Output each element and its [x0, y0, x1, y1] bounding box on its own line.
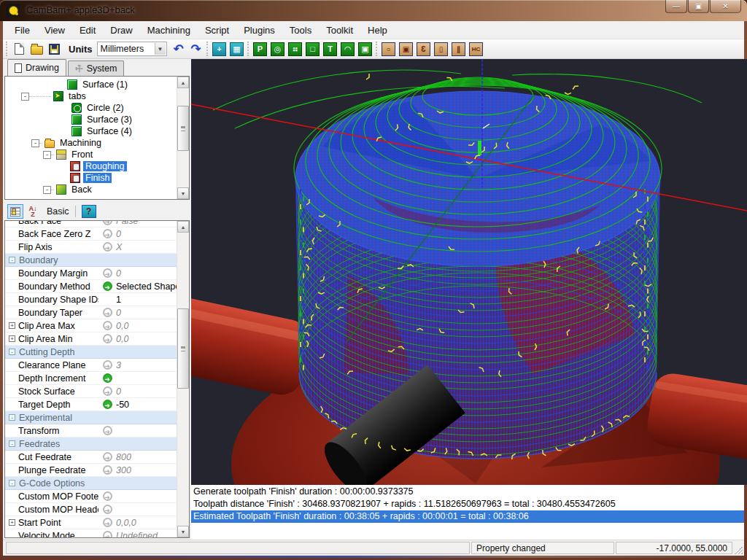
- property-mode-label[interactable]: Basic: [47, 206, 69, 217]
- category-collapse-icon[interactable]: -: [9, 414, 15, 421]
- property-value[interactable]: 0,0: [116, 321, 177, 331]
- property-row-custom-mop-footer[interactable]: Custom MOP Footer➜: [5, 490, 177, 503]
- property-value[interactable]: X: [116, 242, 177, 252]
- tree-item-back[interactable]: -Back: [5, 184, 177, 195]
- tree-item-front[interactable]: -Front: [5, 149, 177, 160]
- tree-expander-icon[interactable]: -: [43, 186, 51, 194]
- tree-item-finish[interactable]: Finish: [5, 172, 177, 184]
- property-row-transform[interactable]: Transform➜: [5, 424, 177, 438]
- value-default-icon[interactable]: ➜: [103, 386, 112, 396]
- draw-rectangle-icon[interactable]: □: [305, 41, 321, 57]
- menu-help[interactable]: Help: [360, 22, 395, 39]
- value-default-icon[interactable]: ➜: [103, 321, 112, 330]
- property-row-flip-axis[interactable]: Flip Axis➜X: [5, 241, 177, 254]
- scroll-down-icon[interactable]: ▼: [177, 526, 189, 537]
- redo-icon[interactable]: ↷: [188, 41, 204, 57]
- 3d-viewport[interactable]: [191, 59, 744, 484]
- menu-tools[interactable]: Tools: [282, 22, 319, 39]
- scroll-down-icon[interactable]: ▼: [177, 187, 189, 199]
- value-default-icon[interactable]: ➜: [103, 268, 112, 278]
- value-default-icon[interactable]: ➜: [103, 531, 112, 538]
- tree-expander-icon[interactable]: -: [31, 139, 39, 147]
- property-value[interactable]: 800: [116, 452, 177, 462]
- property-category-cutting-depth[interactable]: -Cutting Depth: [5, 346, 177, 359]
- property-expand-icon[interactable]: +: [9, 519, 15, 526]
- property-category-boundary[interactable]: -Boundary: [5, 254, 177, 267]
- minimize-button[interactable]: —: [665, 0, 687, 13]
- tree-item-roughing[interactable]: Roughing: [5, 160, 177, 172]
- category-collapse-icon[interactable]: -: [9, 257, 15, 263]
- property-value[interactable]: 0: [116, 229, 177, 239]
- property-row-custom-mop-header[interactable]: Custom MOP Header➜: [5, 503, 177, 516]
- scroll-up-icon[interactable]: ▲: [177, 221, 189, 233]
- value-default-icon[interactable]: ➜: [103, 491, 112, 501]
- draw-surface-icon[interactable]: ▣: [357, 41, 374, 57]
- save-icon[interactable]: [46, 41, 62, 57]
- tree-item-surface-3-[interactable]: Surface (3): [5, 114, 177, 125]
- menu-plugins[interactable]: Plugins: [236, 22, 282, 39]
- draw-pointlist-icon[interactable]: ⠶: [287, 41, 303, 57]
- tree-scrollbar[interactable]: ▲ ▼: [177, 77, 189, 199]
- property-expand-icon[interactable]: +: [9, 335, 15, 342]
- property-row-back-face[interactable]: Back Face➜False: [5, 220, 177, 228]
- menu-edit[interactable]: Edit: [72, 22, 103, 39]
- restore-button[interactable]: ▣: [688, 0, 709, 13]
- categorized-view-button[interactable]: [7, 204, 23, 219]
- property-value[interactable]: 0: [116, 308, 177, 318]
- property-value[interactable]: 0: [116, 386, 177, 397]
- property-row-boundary-method[interactable]: Boundary Method➜Selected Shapes: [5, 280, 177, 293]
- value-set-icon[interactable]: ➜: [103, 373, 112, 383]
- heightmap-mop-icon[interactable]: HC: [468, 41, 484, 57]
- property-expand-icon[interactable]: +: [9, 322, 15, 329]
- log-line[interactable]: Generate toolpath 'Finish' duration : 00…: [191, 486, 744, 498]
- value-default-icon[interactable]: ➜: [103, 452, 112, 462]
- tab-drawing[interactable]: Drawing: [7, 59, 66, 76]
- draw-arc-icon[interactable]: ◠: [340, 41, 356, 57]
- tab-system[interactable]: ⚒ System: [68, 61, 124, 76]
- menu-view[interactable]: View: [37, 22, 72, 39]
- toolbar-grip[interactable]: [247, 42, 250, 56]
- resize-grip[interactable]: [732, 542, 743, 554]
- engrave-mop-icon[interactable]: Ɛ: [416, 41, 432, 57]
- draw-text-icon[interactable]: T: [322, 41, 338, 57]
- property-value[interactable]: 300: [116, 465, 177, 475]
- value-default-icon[interactable]: ➜: [103, 220, 112, 225]
- units-combobox[interactable]: Millimeters ▼: [97, 42, 167, 56]
- show-axes-icon[interactable]: +: [212, 41, 228, 57]
- show-grid-icon[interactable]: ▦: [229, 41, 245, 57]
- property-value[interactable]: 0: [116, 268, 177, 279]
- new-file-icon[interactable]: [11, 41, 27, 57]
- property-category-g-code-options[interactable]: -G-Code Options: [5, 477, 177, 490]
- value-default-icon[interactable]: ➜: [103, 465, 112, 475]
- property-row-boundary-taper[interactable]: Boundary Taper➜0: [5, 306, 177, 319]
- open-file-icon[interactable]: [28, 41, 44, 57]
- value-default-icon[interactable]: ➜: [103, 308, 112, 317]
- category-collapse-icon[interactable]: -: [9, 480, 15, 486]
- property-row-depth-increment[interactable]: Depth Increment➜: [5, 372, 177, 385]
- tree-scrollbar-thumb[interactable]: [177, 106, 189, 151]
- undo-icon[interactable]: ↶: [171, 41, 187, 57]
- help-button[interactable]: ?: [82, 205, 96, 218]
- combo-dropdown-icon[interactable]: ▼: [155, 43, 166, 55]
- property-value[interactable]: 3: [116, 360, 177, 370]
- alphabetical-sort-button[interactable]: A↓Z: [25, 204, 41, 219]
- value-default-icon[interactable]: ➜: [103, 334, 112, 343]
- property-row-start-point[interactable]: +Start Point➜0,0,0: [5, 516, 177, 529]
- category-collapse-icon[interactable]: -: [9, 440, 15, 447]
- property-row-plunge-feedrate[interactable]: Plunge Feedrate➜300: [5, 464, 177, 477]
- pocket-mop-icon[interactable]: ▣: [398, 41, 414, 57]
- menu-draw[interactable]: Draw: [103, 22, 139, 39]
- property-scrollbar-thumb[interactable]: [177, 308, 189, 389]
- property-value[interactable]: Undefined: [116, 531, 177, 539]
- message-log[interactable]: Generate toolpath 'Finish' duration : 00…: [191, 484, 744, 540]
- property-row-cut-feedrate[interactable]: Cut Feedrate➜800: [5, 451, 177, 464]
- menu-file[interactable]: File: [7, 22, 37, 39]
- property-row-clip-area-min[interactable]: +Clip Area Min➜0,0: [5, 332, 177, 346]
- scroll-up-icon[interactable]: ▲: [177, 77, 189, 88]
- property-row-back-face-zero-z[interactable]: Back Face Zero Z➜0: [5, 228, 177, 241]
- log-line[interactable]: Estimated Toolpath 'Finish' duration : 0…: [191, 510, 744, 523]
- toolbar-grip[interactable]: [206, 42, 209, 56]
- property-scrollbar[interactable]: ▲ ▼: [177, 221, 189, 537]
- property-row-clearance-plane[interactable]: Clearance Plane➜3: [5, 359, 177, 372]
- property-value[interactable]: Selected Shapes: [116, 281, 177, 292]
